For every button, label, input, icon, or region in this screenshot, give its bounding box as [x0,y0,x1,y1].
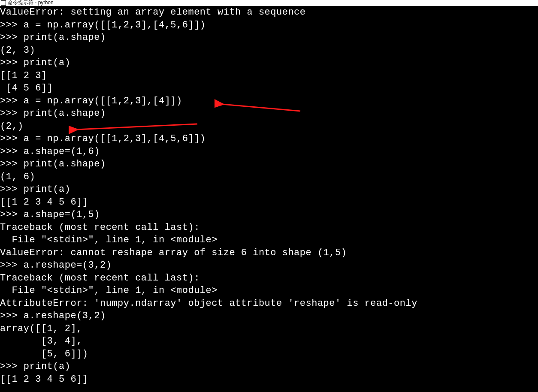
terminal-line: (1, 6) [0,171,538,184]
terminal-line: >>> a.reshape=(3,2) [0,259,538,272]
terminal-line: ValueError: cannot reshape array of size… [0,247,538,259]
terminal-line: >>> a = np.array([[1,2,3],[4]]) [0,95,538,108]
terminal-line: >>> print(a.shape) [0,107,538,120]
terminal-line: >>> a = np.array([[1,2,3],[4,5,6]]) [0,133,538,145]
terminal-line: [[1 2 3 4 5 6]] [0,373,538,386]
terminal-line: [3, 4], [0,335,538,348]
terminal-line: File "<stdin>", line 1, in <module> [0,284,538,297]
terminal-line: (2,) [0,120,538,133]
terminal-line: Traceback (most recent call last): [0,221,538,234]
terminal-line: File "<stdin>", line 1, in <module> [0,234,538,247]
terminal-line: [4 5 6]] [0,82,538,95]
terminal-line: >>> a = np.array([[1,2,3],[4,5,6]]) [0,19,538,32]
terminal-line: >>> print(a.shape) [0,158,538,171]
terminal-line: >>> a.reshape(3,2) [0,310,538,323]
window-icon [1,0,6,6]
terminal-line: Traceback (most recent call last): [0,272,538,285]
window-titlebar: 命令提示符 - python [0,0,538,6]
terminal-line: [[1 2 3 4 5 6]] [0,196,538,209]
terminal-line: AttributeError: 'numpy.ndarray' object a… [0,297,538,310]
terminal-line: >>> print(a) [0,360,538,373]
terminal-line: array([[1, 2], [0,323,538,335]
terminal-line: >>> print(a.shape) [0,31,538,44]
terminal-line: >>> print(a) [0,57,538,69]
terminal-line: ValueError: setting an array element wit… [0,6,538,19]
terminal-line: [5, 6]]) [0,348,538,361]
terminal-line: [[1 2 3] [0,69,538,82]
terminal-line: (2, 3) [0,44,538,57]
terminal-output[interactable]: ValueError: setting an array element wit… [0,6,538,392]
terminal-line: >>> a.shape=(1,5) [0,208,538,221]
terminal-line: >>> a.shape=(1,6) [0,145,538,158]
terminal-line: >>> print(a) [0,183,538,196]
